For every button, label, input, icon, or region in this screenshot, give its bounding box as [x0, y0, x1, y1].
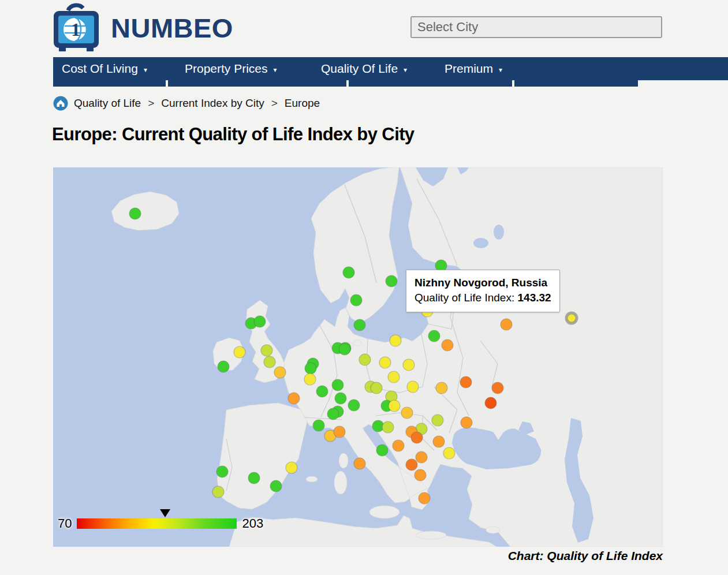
- city-dot[interactable]: [348, 399, 360, 411]
- city-dot[interactable]: [234, 346, 245, 358]
- city-dot[interactable]: [419, 492, 430, 504]
- city-dot[interactable]: [316, 386, 328, 397]
- city-dot[interactable]: [354, 458, 365, 469]
- breadcrumb-quality-of-life[interactable]: Quality of Life: [74, 97, 141, 110]
- city-dot[interactable]: [379, 357, 391, 368]
- tooltip-value-line: Quality of Life Index: 143.32: [415, 290, 551, 305]
- city-dot[interactable]: [386, 275, 397, 287]
- city-dot[interactable]: [485, 397, 496, 409]
- chevron-down-icon: ▾: [499, 64, 502, 74]
- nav-item-label: Property Prices: [185, 62, 268, 76]
- city-dot[interactable]: [442, 339, 453, 351]
- nav-item-quality-of-life[interactable]: Quality Of Life ▾: [321, 57, 407, 80]
- city-dot[interactable]: [501, 319, 512, 330]
- city-dot[interactable]: [264, 356, 275, 368]
- svg-text:1: 1: [71, 19, 80, 40]
- city-dot[interactable]: [393, 440, 404, 451]
- city-dot[interactable]: [354, 319, 365, 331]
- city-dot[interactable]: [334, 426, 345, 438]
- nav-item-label: Quality Of Life: [321, 62, 398, 76]
- city-dot[interactable]: [411, 432, 423, 443]
- city-dot[interactable]: [416, 451, 427, 463]
- numbeo-logo[interactable]: 1 NUMBEO: [52, 2, 233, 53]
- legend-min: 70: [58, 516, 72, 531]
- city-dot[interactable]: [335, 393, 346, 404]
- select-city-input[interactable]: [410, 16, 662, 38]
- city-dot-highlighted[interactable]: [566, 313, 577, 323]
- city-dot[interactable]: [218, 361, 229, 372]
- breadcrumb-separator: >: [270, 97, 279, 110]
- city-dot[interactable]: [350, 294, 362, 306]
- city-dot[interactable]: [389, 400, 400, 412]
- city-dot[interactable]: [428, 330, 440, 342]
- city-dot[interactable]: [327, 408, 339, 420]
- breadcrumb-separator: >: [147, 97, 155, 110]
- nav-item-label: Cost Of Living: [62, 62, 138, 76]
- nav-menu-edge: [514, 80, 638, 87]
- nav-item-label: Premium: [445, 62, 493, 76]
- city-dot[interactable]: [254, 316, 266, 327]
- city-dot[interactable]: [371, 382, 382, 394]
- city-dot[interactable]: [288, 393, 300, 404]
- city-dot[interactable]: [406, 459, 417, 471]
- city-dot[interactable]: [339, 343, 350, 355]
- city-dot[interactable]: [388, 371, 400, 383]
- city-dot[interactable]: [403, 359, 415, 371]
- nav-item-premium[interactable]: Premium ▾: [445, 57, 502, 80]
- city-dot[interactable]: [415, 469, 426, 481]
- city-dot[interactable]: [129, 208, 141, 219]
- city-dot[interactable]: [436, 382, 447, 394]
- nav-item-cost-of-living[interactable]: Cost Of Living ▾: [62, 57, 147, 80]
- nav-item-property-prices[interactable]: Property Prices ▾: [185, 57, 277, 80]
- tooltip-city: Nizhny Novgorod, Russia: [415, 275, 551, 290]
- legend-max: 203: [242, 516, 263, 531]
- nav-menu-edge: [349, 80, 512, 87]
- city-dot[interactable]: [286, 462, 297, 473]
- city-dot[interactable]: [343, 267, 354, 278]
- city-dot[interactable]: [401, 407, 413, 419]
- city-dot[interactable]: [382, 421, 394, 433]
- city-dot[interactable]: [332, 379, 344, 391]
- city-dot[interactable]: [359, 354, 371, 365]
- city-dot[interactable]: [433, 436, 445, 447]
- map-tooltip: Nizhny Novgorod, Russia Quality of Life …: [406, 270, 560, 312]
- nav-menu-edge: [168, 80, 346, 87]
- tooltip-value: 143.32: [518, 292, 551, 304]
- nav-menu-edge: [53, 80, 166, 87]
- city-dot[interactable]: [270, 480, 282, 492]
- breadcrumb: Quality of Life > Current Index by City …: [53, 96, 320, 111]
- city-dot[interactable]: [443, 447, 455, 459]
- main-nav: Cost Of Living ▾ Property Prices ▾ Quali…: [53, 57, 728, 80]
- chevron-down-icon: ▾: [274, 64, 277, 74]
- city-dot[interactable]: [261, 345, 272, 356]
- city-dot[interactable]: [304, 374, 316, 385]
- breadcrumb-europe[interactable]: Europe: [285, 97, 320, 110]
- city-dot[interactable]: [216, 466, 228, 477]
- page-title: Europe: Current Quality of Life Index by…: [52, 124, 415, 145]
- city-dot[interactable]: [305, 363, 316, 374]
- city-dot[interactable]: [460, 376, 472, 388]
- city-dot[interactable]: [376, 445, 388, 456]
- breadcrumb-current-index-by-city[interactable]: Current Index by City: [161, 97, 264, 110]
- chevron-down-icon: ▾: [404, 64, 407, 74]
- numbeo-logo-icon: 1: [52, 2, 103, 53]
- tooltip-label: Quality of Life Index:: [415, 292, 514, 304]
- map-canvas[interactable]: Nizhny Novgorod, Russia Quality of Life …: [53, 167, 663, 547]
- city-dot[interactable]: [492, 382, 503, 394]
- home-icon[interactable]: [53, 96, 68, 111]
- legend-gradient-bar: [77, 518, 237, 529]
- city-dot[interactable]: [461, 417, 472, 428]
- europe-map: [53, 167, 663, 547]
- city-dot[interactable]: [390, 335, 401, 346]
- brand-wordmark: NUMBEO: [111, 12, 233, 44]
- chart-caption: Chart: Quality of Life Index: [53, 549, 663, 563]
- page: 1 NUMBEO Cost Of Living ▾ Property Price…: [0, 0, 728, 575]
- legend-marker-icon: [160, 509, 170, 517]
- city-dot[interactable]: [248, 472, 260, 484]
- city-dot[interactable]: [274, 367, 286, 378]
- city-dot[interactable]: [212, 486, 224, 498]
- chevron-down-icon: ▾: [144, 64, 147, 74]
- city-dot[interactable]: [407, 381, 419, 393]
- city-dot[interactable]: [432, 415, 443, 426]
- city-dot[interactable]: [313, 420, 324, 431]
